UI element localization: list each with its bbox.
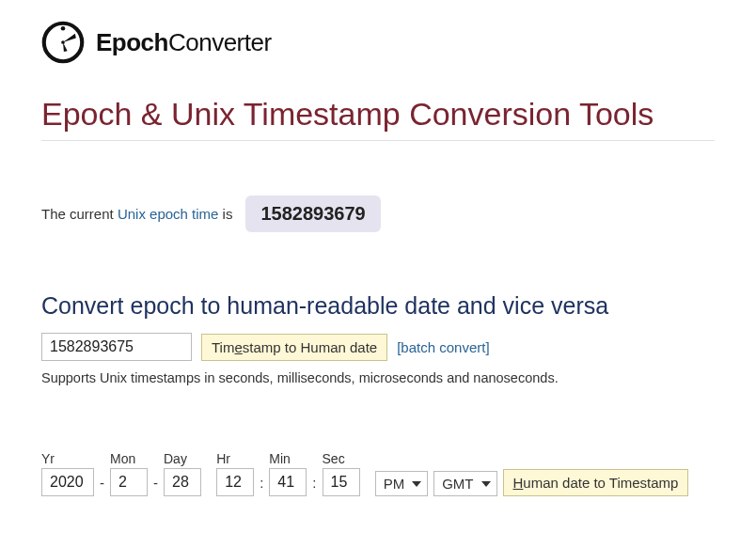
logo-text: EpochConverter (96, 28, 272, 57)
sep-space (207, 475, 211, 496)
current-epoch-value: 1582893679 (245, 196, 380, 232)
timestamp-input[interactable] (41, 333, 192, 361)
timezone-value: GMT (442, 476, 473, 492)
label-month: Mon (110, 451, 148, 466)
sep-dash: - (153, 475, 158, 496)
human-to-timestamp-button[interactable]: Human date to Timestamp (503, 469, 689, 496)
second-input[interactable] (323, 468, 360, 496)
label-hour: Hr (216, 451, 254, 466)
timestamp-help-text: Supports Unix timestamps in seconds, mil… (41, 370, 715, 385)
label-minute: Min (269, 451, 307, 466)
svg-marker-2 (63, 34, 76, 42)
chevron-down-icon (481, 481, 491, 487)
batch-convert-link[interactable]: [batch convert] (397, 339, 489, 355)
timezone-select[interactable]: GMT (433, 471, 496, 496)
label-year: Yr (41, 451, 94, 466)
minute-input[interactable] (269, 468, 307, 496)
section-heading-convert: Convert epoch to human-readable date and… (41, 292, 715, 320)
current-suffix: is (223, 206, 233, 222)
sep-dash: - (100, 475, 104, 496)
current-prefix: The current (41, 206, 118, 222)
sep-colon: : (260, 475, 263, 496)
ampm-value: PM (384, 476, 405, 492)
human-date-form: Yr - Mon - Day Hr : Min : Sec PM GMT Hum… (41, 451, 715, 496)
timestamp-to-human-button[interactable]: Timestamp to Human date (201, 334, 387, 361)
year-input[interactable] (41, 468, 94, 496)
site-logo[interactable]: EpochConverter (41, 21, 715, 64)
label-day: Day (164, 451, 201, 466)
ampm-select[interactable]: PM (375, 471, 429, 496)
current-epoch-row: The current Unix epoch time is 158289367… (41, 196, 715, 232)
hour-input[interactable] (216, 468, 254, 496)
svg-point-4 (61, 40, 65, 44)
divider (41, 140, 715, 141)
chevron-down-icon (412, 481, 421, 487)
page-title: Epoch & Unix Timestamp Conversion Tools (41, 96, 715, 133)
sep-colon: : (312, 475, 316, 496)
label-second: Sec (323, 451, 360, 466)
clock-icon (41, 21, 85, 64)
month-input[interactable] (110, 468, 148, 496)
sep-space (366, 475, 370, 496)
svg-point-1 (61, 26, 66, 31)
unix-epoch-time-link[interactable]: Unix epoch time (118, 206, 219, 222)
day-input[interactable] (164, 468, 201, 496)
